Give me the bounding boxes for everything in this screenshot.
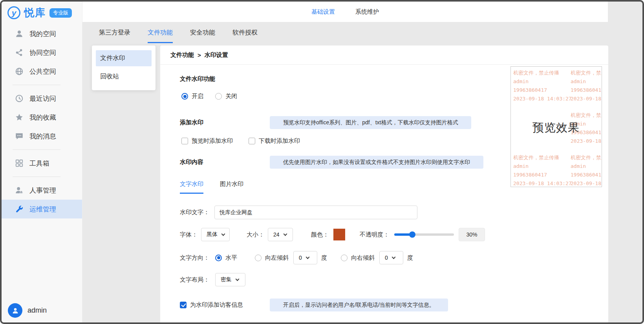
checkbox-download-watermark[interactable]: 下载时添加水印 bbox=[249, 137, 300, 145]
user-avatar-icon bbox=[8, 303, 22, 318]
radio-tilt-left[interactable]: 向左倾斜 bbox=[255, 254, 289, 262]
font-label: 字体： bbox=[180, 231, 198, 238]
checkbox-preview-watermark[interactable]: 预览时添加水印 bbox=[181, 137, 233, 145]
share-network-icon bbox=[15, 48, 24, 57]
sidebar-item-label: 我的消息 bbox=[29, 132, 56, 141]
watermark-content-tip: 优先使用图片水印，如果没有设置或文件格式不支持图片水印则使用文字水印 bbox=[270, 156, 483, 169]
tab-software-license[interactable]: 软件授权 bbox=[232, 29, 258, 43]
sidebar-item-collab-space[interactable]: 协同空间 bbox=[2, 43, 82, 62]
watermark-sample: 机密文件，禁止传播admin199638604172023-09-18 14:0… bbox=[571, 69, 602, 103]
radio-tilt-right-control[interactable] bbox=[341, 255, 348, 261]
radio-horizontal-control[interactable] bbox=[215, 255, 222, 261]
watermark-sample: 机密文件，禁止传播admin199638604172023-09-18 14:0… bbox=[513, 153, 572, 187]
font-select[interactable]: 黑体 bbox=[201, 228, 230, 241]
radio-tilt-right[interactable]: 向右倾斜 bbox=[341, 254, 375, 262]
brand-logo: y 悦库 专业版 bbox=[2, 2, 82, 24]
watermark-content-label: 水印内容 bbox=[180, 158, 270, 166]
watermark-text-input[interactable] bbox=[214, 206, 417, 219]
sidebar-item-hr-management[interactable]: 人事管理 bbox=[2, 181, 82, 200]
opacity-slider[interactable] bbox=[394, 233, 454, 236]
wrench-icon bbox=[15, 205, 24, 213]
opacity-value: 30% bbox=[459, 228, 485, 241]
watermark-text-label: 水印文字： bbox=[180, 209, 209, 216]
text-layout-row: 文字布局： 密集 bbox=[180, 273, 514, 286]
radio-disable-control[interactable] bbox=[215, 93, 222, 100]
tab-third-party-login[interactable]: 第三方登录 bbox=[99, 29, 130, 43]
sidebar-item-label: 我的空间 bbox=[29, 29, 56, 38]
size-label: 大小： bbox=[247, 231, 264, 238]
sidebar-item-recent[interactable]: 最近访问 bbox=[2, 89, 82, 108]
chevron-down-icon bbox=[392, 255, 395, 259]
sidebar-item-my-space[interactable]: 我的空间 bbox=[2, 24, 82, 43]
watermark-when-row: 预览时添加水印 下载时添加水印 bbox=[181, 137, 514, 145]
radio-disable[interactable]: 关闭 bbox=[215, 93, 237, 100]
radio-enable-label: 开启 bbox=[192, 93, 203, 100]
sidebar-item-ops-management[interactable]: 运维管理 bbox=[2, 200, 82, 218]
sidebar-item-label: 最近访问 bbox=[29, 94, 56, 103]
sidebar-item-label: 工具箱 bbox=[29, 159, 49, 168]
tab-file-features[interactable]: 文件功能 bbox=[148, 29, 173, 43]
current-user[interactable]: admin bbox=[8, 303, 47, 318]
degree-unit: 度 bbox=[407, 254, 413, 262]
radio-enable-control[interactable] bbox=[181, 93, 188, 100]
radio-disable-label: 关闭 bbox=[225, 93, 237, 100]
layout-select[interactable]: 密集 bbox=[215, 273, 245, 286]
chevron-down-icon bbox=[306, 255, 309, 259]
tab-image-watermark[interactable]: 图片水印 bbox=[220, 180, 243, 194]
radio-enable[interactable]: 开启 bbox=[181, 93, 203, 100]
checkbox-download-control[interactable] bbox=[249, 138, 255, 144]
color-swatch[interactable] bbox=[333, 229, 345, 240]
tab-text-watermark[interactable]: 文字水印 bbox=[180, 180, 203, 194]
globe-icon bbox=[15, 67, 24, 76]
direction-label: 文字方向： bbox=[180, 254, 209, 262]
size-select[interactable]: 24 bbox=[268, 228, 293, 241]
sidebar-item-label: 协同空间 bbox=[29, 48, 56, 57]
history-clock-icon bbox=[15, 94, 24, 103]
radio-horizontal[interactable]: 水平 bbox=[215, 254, 237, 262]
sidebar-item-public-space[interactable]: 公共空间 bbox=[2, 62, 82, 81]
checkbox-preview-control[interactable] bbox=[181, 138, 188, 144]
visitor-info-tip: 开启后，显示访问者的用户名/联系电话/当前时间等文字信息。 bbox=[270, 299, 448, 311]
tilt-left-angle-value: 0 bbox=[299, 255, 302, 261]
tilt-right-angle-select[interactable]: 0 bbox=[379, 251, 403, 264]
add-watermark-row: 添加水印 预览水印支持office系列、图片、pdf、txt格式，下载水印仅支持… bbox=[180, 116, 514, 129]
opacity-slider-thumb[interactable] bbox=[409, 231, 415, 238]
subsidebar-item-recycle-bin[interactable]: 回收站 bbox=[96, 69, 152, 85]
radio-tilt-left-control[interactable] bbox=[255, 255, 262, 261]
breadcrumb-current: 水印设置 bbox=[205, 51, 228, 59]
tab-security-features[interactable]: 安全功能 bbox=[190, 29, 215, 43]
chevron-down-icon bbox=[236, 277, 240, 281]
checkbox-visitor-label: 为水印添加访客信息 bbox=[190, 301, 243, 309]
sidebar-item-messages[interactable]: 我的消息 bbox=[2, 127, 82, 146]
topnav-system-maintenance[interactable]: 系统维护 bbox=[355, 8, 379, 16]
sidebar-item-toolbox[interactable]: 工具箱 bbox=[2, 154, 82, 173]
preview-title: 预览效果 bbox=[532, 120, 580, 136]
sidebar-item-favorites[interactable]: 我的收藏 bbox=[2, 108, 82, 127]
layout-select-value: 密集 bbox=[221, 276, 232, 283]
font-style-row: 字体： 黑体 大小： 24 颜色： 不透明度： bbox=[180, 228, 514, 241]
layout-label: 文字布局： bbox=[180, 276, 209, 284]
top-navbar: 基础设置 系统维护 bbox=[82, 2, 608, 22]
user-gear-icon bbox=[15, 186, 24, 195]
subsidebar-item-file-watermark[interactable]: 文件水印 bbox=[96, 50, 152, 66]
radio-tilt-right-label: 向右倾斜 bbox=[351, 254, 375, 262]
size-select-value: 24 bbox=[273, 231, 280, 238]
radio-horizontal-label: 水平 bbox=[225, 254, 237, 262]
sidebar-item-label: 人事管理 bbox=[29, 186, 56, 195]
topnav-basic-settings[interactable]: 基础设置 bbox=[311, 8, 335, 16]
tilt-left-angle-select[interactable]: 0 bbox=[293, 251, 317, 264]
content-cards: 文件水印 回收站 文件功能 > 水印设置 文件水印功能 开启 bbox=[92, 46, 642, 322]
watermark-form: 文件水印功能 开启 关闭 添加水印 预览水印支持office系 bbox=[160, 65, 514, 311]
breadcrumb: 文件功能 > 水印设置 bbox=[160, 46, 608, 65]
tilt-right-angle-value: 0 bbox=[385, 255, 388, 261]
grid-icon bbox=[15, 159, 24, 167]
watermark-sample: 机密文件，禁止传播admin199638604172023-09-18 14:0… bbox=[513, 69, 572, 103]
star-icon bbox=[15, 113, 24, 122]
opacity-label: 不透明度： bbox=[360, 231, 389, 238]
checkbox-visitor-control[interactable] bbox=[180, 302, 187, 308]
checkbox-download-label: 下载时添加水印 bbox=[259, 137, 300, 145]
logo-icon: y bbox=[7, 6, 20, 19]
checkbox-visitor-info[interactable]: 为水印添加访客信息 bbox=[180, 301, 270, 309]
settings-panel: 文件功能 > 水印设置 文件水印功能 开启 关闭 bbox=[160, 46, 608, 322]
sidebar-item-label: 公共空间 bbox=[29, 67, 56, 76]
